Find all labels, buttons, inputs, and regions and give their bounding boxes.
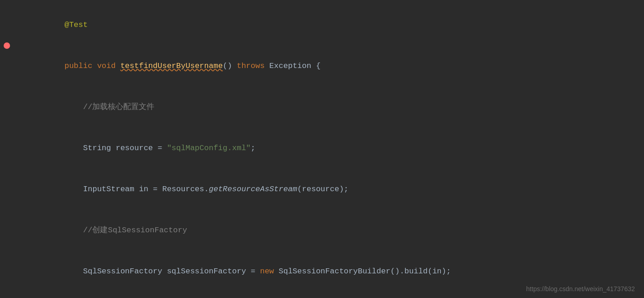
parens: () [223,62,237,70]
semicolon: ; [251,144,255,152]
method-get-resource: getResourceAsStream [209,185,297,193]
factory-decl: SqlSessionFactory sqlSessionFactory = [64,267,260,276]
line-content-6: //创建SqlSessionFactory [18,210,644,251]
exception: Exception { [265,62,320,70]
code-line-8: //创建SqlSession [0,292,644,298]
space [115,62,120,70]
code-editor: @Test public void testfindUserByUsername… [0,0,644,298]
kw-throws: throws [237,62,265,70]
comment-1: //加载核心配置文件 [64,103,154,111]
kw-void: void [97,62,116,70]
factory-builder: SqlSessionFactoryBuilder().build(in); [274,267,451,276]
line-content-2: public void testfindUserByUsername() thr… [18,46,644,87]
code-line-1: @Test [0,5,644,46]
watermark: https://blog.csdn.net/weixin_41737632 [526,285,635,293]
method-testfind: testfindUserByUsername [120,62,223,70]
line-content-1: @Test [18,5,644,46]
line-content-5: InputStream in = Resources.getResourceAs… [18,169,644,210]
code-line-4: String resource = "sqlMapConfig.xml"; [0,128,644,169]
kw-public: public [64,62,92,70]
string-decl: String resource = [64,144,167,152]
code-line-3: //加载核心配置文件 [0,87,644,128]
inputstream-decl: InputStream in = Resources. [64,185,209,193]
code-line-6: //创建SqlSessionFactory [0,210,644,251]
space [92,62,97,70]
string-val-1: "sqlMapConfig.xml" [167,144,251,152]
line-content-8: //创建SqlSession [18,292,644,298]
line-content-3: //加载核心配置文件 [18,87,644,128]
resource-args: (resource); [297,185,348,193]
breakpoint-2 [4,42,10,49]
code-line-5: InputStream in = Resources.getResourceAs… [0,169,644,210]
comment-2: //创建SqlSessionFactory [64,226,187,235]
line-content-4: String resource = "sqlMapConfig.xml"; [18,128,644,169]
kw-new: new [260,267,274,276]
code-line-2: public void testfindUserByUsername() thr… [0,46,644,87]
annotation-test: @Test [64,21,88,29]
